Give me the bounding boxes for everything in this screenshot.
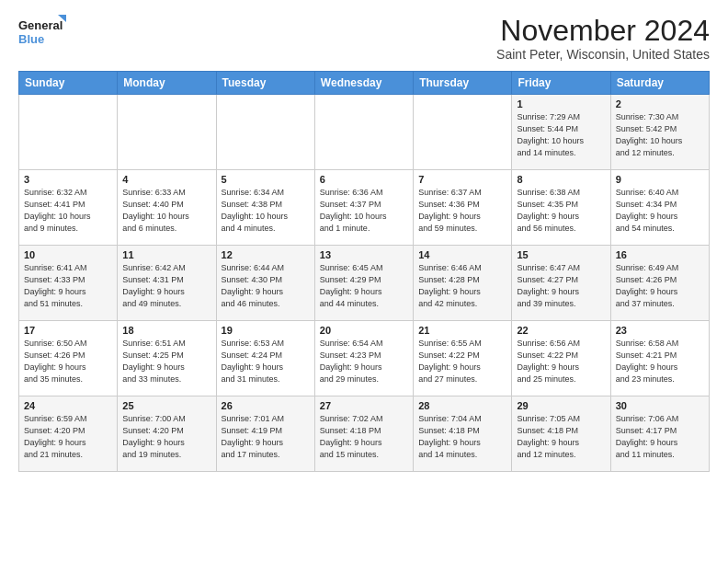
day-cell: 21Sunrise: 6:55 AM Sunset: 4:22 PM Dayli… [414, 321, 512, 396]
day-info: Sunrise: 7:29 AM Sunset: 5:44 PM Dayligh… [517, 111, 605, 159]
day-cell: 6Sunrise: 6:36 AM Sunset: 4:37 PM Daylig… [314, 170, 413, 246]
day-cell: 4Sunrise: 6:33 AM Sunset: 4:40 PM Daylig… [118, 170, 216, 246]
day-cell: 5Sunrise: 6:34 AM Sunset: 4:38 PM Daylig… [216, 170, 314, 246]
day-info: Sunrise: 6:54 AM Sunset: 4:23 PM Dayligh… [320, 338, 408, 385]
calendar: SundayMondayTuesdayWednesdayThursdayFrid… [18, 71, 710, 472]
day-cell: 7Sunrise: 6:37 AM Sunset: 4:36 PM Daylig… [414, 170, 512, 246]
col-header-monday: Monday [118, 72, 216, 95]
day-number: 3 [24, 174, 112, 185]
day-info: Sunrise: 6:50 AM Sunset: 4:26 PM Dayligh… [24, 338, 112, 385]
week-row-3: 10Sunrise: 6:41 AM Sunset: 4:33 PM Dayli… [19, 246, 710, 321]
day-number: 1 [517, 98, 605, 109]
day-cell: 3Sunrise: 6:32 AM Sunset: 4:41 PM Daylig… [19, 170, 118, 246]
day-info: Sunrise: 6:45 AM Sunset: 4:29 PM Dayligh… [320, 262, 408, 310]
col-header-thursday: Thursday [414, 72, 512, 95]
day-number: 20 [320, 325, 408, 336]
day-cell: 28Sunrise: 7:04 AM Sunset: 4:18 PM Dayli… [414, 396, 512, 472]
day-info: Sunrise: 6:37 AM Sunset: 4:36 PM Dayligh… [418, 187, 506, 235]
day-info: Sunrise: 6:51 AM Sunset: 4:25 PM Dayligh… [122, 338, 210, 385]
day-number: 16 [616, 249, 704, 260]
day-number: 4 [122, 174, 210, 185]
day-number: 21 [418, 325, 506, 336]
day-info: Sunrise: 6:34 AM Sunset: 4:38 PM Dayligh… [222, 187, 310, 235]
day-cell [314, 95, 413, 170]
day-number: 2 [616, 98, 704, 109]
week-row-2: 3Sunrise: 6:32 AM Sunset: 4:41 PM Daylig… [19, 170, 710, 246]
day-cell: 14Sunrise: 6:46 AM Sunset: 4:28 PM Dayli… [414, 246, 512, 321]
day-info: Sunrise: 6:38 AM Sunset: 4:35 PM Dayligh… [517, 187, 605, 235]
day-number: 22 [517, 325, 605, 336]
day-info: Sunrise: 7:05 AM Sunset: 4:18 PM Dayligh… [517, 413, 605, 461]
day-cell: 19Sunrise: 6:53 AM Sunset: 4:24 PM Dayli… [216, 321, 314, 396]
day-info: Sunrise: 6:33 AM Sunset: 4:40 PM Dayligh… [122, 187, 210, 235]
day-info: Sunrise: 6:41 AM Sunset: 4:33 PM Dayligh… [24, 262, 112, 310]
day-cell: 11Sunrise: 6:42 AM Sunset: 4:31 PM Dayli… [118, 246, 216, 321]
day-cell: 25Sunrise: 7:00 AM Sunset: 4:20 PM Dayli… [118, 396, 216, 472]
day-info: Sunrise: 6:44 AM Sunset: 4:30 PM Dayligh… [222, 262, 310, 310]
day-number: 24 [24, 400, 112, 411]
day-number: 25 [122, 400, 210, 411]
day-cell [19, 95, 118, 170]
week-row-1: 1Sunrise: 7:29 AM Sunset: 5:44 PM Daylig… [19, 95, 710, 170]
day-info: Sunrise: 6:55 AM Sunset: 4:22 PM Dayligh… [418, 338, 506, 385]
day-cell: 24Sunrise: 6:59 AM Sunset: 4:20 PM Dayli… [19, 396, 118, 472]
week-row-4: 17Sunrise: 6:50 AM Sunset: 4:26 PM Dayli… [19, 321, 710, 396]
day-info: Sunrise: 6:53 AM Sunset: 4:24 PM Dayligh… [222, 338, 310, 385]
col-header-sunday: Sunday [19, 72, 118, 95]
week-row-5: 24Sunrise: 6:59 AM Sunset: 4:20 PM Dayli… [19, 396, 710, 472]
col-header-friday: Friday [512, 72, 610, 95]
day-number: 28 [418, 400, 506, 411]
day-info: Sunrise: 6:47 AM Sunset: 4:27 PM Dayligh… [517, 262, 605, 310]
day-cell: 27Sunrise: 7:02 AM Sunset: 4:18 PM Dayli… [314, 396, 413, 472]
logo-svg: GeneralBlue [18, 15, 66, 50]
day-info: Sunrise: 6:46 AM Sunset: 4:28 PM Dayligh… [418, 262, 506, 310]
day-number: 9 [616, 174, 704, 185]
day-info: Sunrise: 6:49 AM Sunset: 4:26 PM Dayligh… [616, 262, 704, 310]
day-number: 27 [320, 400, 408, 411]
page: GeneralBlue November 2024 Saint Peter, W… [0, 0, 728, 483]
day-info: Sunrise: 6:56 AM Sunset: 4:22 PM Dayligh… [517, 338, 605, 385]
day-cell [414, 95, 512, 170]
header: GeneralBlue November 2024 Saint Peter, W… [18, 15, 710, 62]
day-cell: 1Sunrise: 7:29 AM Sunset: 5:44 PM Daylig… [512, 95, 610, 170]
day-cell [216, 95, 314, 170]
month-title: November 2024 [496, 15, 710, 47]
day-number: 26 [222, 400, 310, 411]
day-cell: 13Sunrise: 6:45 AM Sunset: 4:29 PM Dayli… [314, 246, 413, 321]
svg-text:General: General [18, 18, 63, 32]
day-number: 10 [24, 249, 112, 260]
svg-text:Blue: Blue [18, 32, 44, 46]
day-cell: 2Sunrise: 7:30 AM Sunset: 5:42 PM Daylig… [610, 95, 709, 170]
day-cell: 8Sunrise: 6:38 AM Sunset: 4:35 PM Daylig… [512, 170, 610, 246]
day-cell: 26Sunrise: 7:01 AM Sunset: 4:19 PM Dayli… [216, 396, 314, 472]
day-number: 13 [320, 249, 408, 260]
col-header-wednesday: Wednesday [314, 72, 413, 95]
day-number: 8 [517, 174, 605, 185]
day-cell: 23Sunrise: 6:58 AM Sunset: 4:21 PM Dayli… [610, 321, 709, 396]
day-info: Sunrise: 7:02 AM Sunset: 4:18 PM Dayligh… [320, 413, 408, 461]
day-cell: 22Sunrise: 6:56 AM Sunset: 4:22 PM Dayli… [512, 321, 610, 396]
day-cell: 10Sunrise: 6:41 AM Sunset: 4:33 PM Dayli… [19, 246, 118, 321]
day-number: 19 [222, 325, 310, 336]
day-info: Sunrise: 6:36 AM Sunset: 4:37 PM Dayligh… [320, 187, 408, 235]
day-number: 18 [122, 325, 210, 336]
day-number: 30 [616, 400, 704, 411]
day-number: 7 [418, 174, 506, 185]
day-cell: 15Sunrise: 6:47 AM Sunset: 4:27 PM Dayli… [512, 246, 610, 321]
calendar-header-row: SundayMondayTuesdayWednesdayThursdayFrid… [19, 72, 710, 95]
title-block: November 2024 Saint Peter, Wisconsin, Un… [496, 15, 710, 62]
day-info: Sunrise: 7:04 AM Sunset: 4:18 PM Dayligh… [418, 413, 506, 461]
day-number: 5 [222, 174, 310, 185]
col-header-tuesday: Tuesday [216, 72, 314, 95]
day-number: 29 [517, 400, 605, 411]
col-header-saturday: Saturday [610, 72, 709, 95]
day-info: Sunrise: 6:58 AM Sunset: 4:21 PM Dayligh… [616, 338, 704, 385]
day-number: 6 [320, 174, 408, 185]
day-cell: 17Sunrise: 6:50 AM Sunset: 4:26 PM Dayli… [19, 321, 118, 396]
day-info: Sunrise: 6:32 AM Sunset: 4:41 PM Dayligh… [24, 187, 112, 235]
day-cell: 20Sunrise: 6:54 AM Sunset: 4:23 PM Dayli… [314, 321, 413, 396]
day-number: 15 [517, 249, 605, 260]
day-cell [118, 95, 216, 170]
day-number: 11 [122, 249, 210, 260]
day-info: Sunrise: 6:42 AM Sunset: 4:31 PM Dayligh… [122, 262, 210, 310]
